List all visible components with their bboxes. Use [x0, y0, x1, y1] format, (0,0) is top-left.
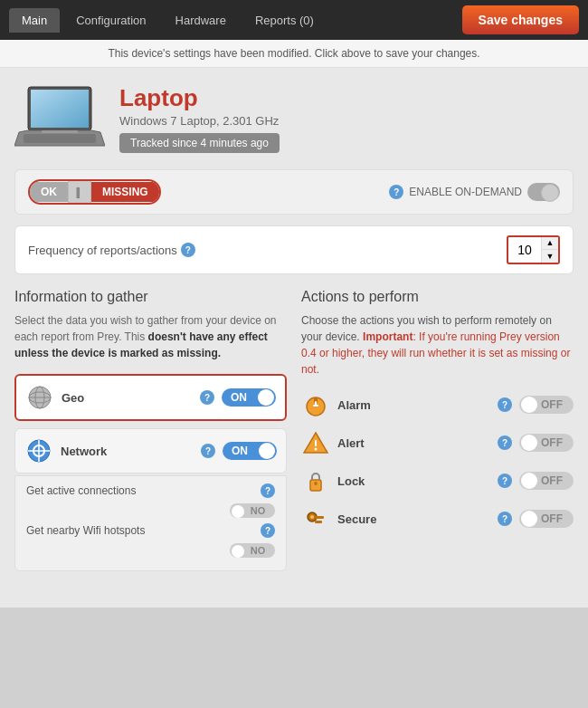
module-row-network: Network ? ON [14, 428, 287, 474]
svg-rect-26 [315, 521, 322, 523]
alarm-icon [301, 390, 330, 419]
secure-help-icon[interactable]: ? [498, 512, 512, 526]
network-icon [24, 436, 53, 465]
sub-option-connections-toggle: NO [26, 503, 275, 518]
frequency-row: Frequency of reports/actions ? ▲ ▼ [14, 225, 574, 274]
action-row-secure: Secure ? OFF [301, 504, 574, 533]
device-spec: Windows 7 Laptop, 2.301 GHz [119, 114, 280, 128]
lock-toggle[interactable]: OFF [519, 472, 574, 490]
svg-rect-4 [24, 134, 96, 143]
connections-label: Get active connections [26, 484, 251, 497]
geo-toggle-label: ON [231, 391, 267, 404]
alarm-toggle-label: OFF [541, 398, 563, 411]
device-details: Laptop Windows 7 Laptop, 2.301 GHz Track… [119, 84, 280, 153]
secure-toggle[interactable]: OFF [519, 510, 574, 528]
save-button[interactable]: Save changes [462, 5, 579, 34]
wifi-toggle[interactable]: NO [230, 543, 275, 558]
frequency-down-button[interactable]: ▼ [542, 250, 558, 263]
action-row-lock: Lock ? OFF [301, 466, 574, 495]
alert-toggle[interactable]: OFF [519, 434, 574, 452]
network-label: Network [61, 445, 190, 458]
frequency-up-button[interactable]: ▲ [542, 237, 558, 250]
module-row-geo: Geo ? ON [14, 374, 287, 421]
header: Main Configuration Hardware Reports (0) … [0, 0, 588, 40]
frequency-label: Frequency of reports/actions [28, 244, 177, 257]
svg-point-24 [310, 515, 314, 519]
frequency-spinner: ▲ ▼ [541, 237, 558, 263]
lock-icon [301, 466, 330, 495]
frequency-input-wrap: ▲ ▼ [507, 235, 560, 264]
alert-help-icon[interactable]: ? [498, 435, 512, 450]
action-row-alarm: Alarm ? OFF [301, 390, 574, 419]
secure-label: Secure [337, 512, 487, 526]
action-note: : If you're running Prey version 0.4 or … [301, 330, 570, 376]
network-help-icon[interactable]: ? [201, 444, 215, 458]
svg-rect-2 [31, 90, 89, 128]
geo-help-icon[interactable]: ? [200, 390, 214, 405]
frequency-input[interactable] [508, 241, 541, 259]
status-toggle[interactable]: OK ▌ MISSING [28, 179, 161, 205]
actions-heading: Actions to perform [301, 289, 574, 305]
svg-rect-25 [315, 516, 324, 519]
info-desc: Select the data you wish to gather from … [14, 312, 287, 361]
status-missing-label: MISSING [91, 182, 159, 202]
connections-help-icon[interactable]: ? [261, 483, 275, 498]
svg-rect-3 [42, 130, 78, 133]
geo-icon [25, 383, 54, 412]
laptop-image [14, 82, 105, 155]
geo-toggle[interactable]: ON [222, 388, 276, 407]
wifi-help-icon[interactable]: ? [261, 523, 275, 538]
enable-label: ENABLE ON-DEMAND [409, 186, 522, 198]
alert-toggle-label: OFF [541, 436, 563, 449]
main-content: Laptop Windows 7 Laptop, 2.301 GHz Track… [0, 68, 588, 608]
connections-toggle[interactable]: NO [230, 503, 275, 518]
notice-text: This device's settings have been modifie… [108, 47, 479, 60]
sub-option-wifi: Get nearby Wifi hotspots ? [26, 523, 275, 538]
status-ok-label: OK [30, 182, 68, 202]
sub-option-wifi-toggle: NO [26, 543, 275, 558]
device-info: Laptop Windows 7 Laptop, 2.301 GHz Track… [14, 82, 574, 155]
tab-configuration[interactable]: Configuration [63, 8, 158, 33]
tracked-badge: Tracked since 4 minutes ago [119, 133, 280, 153]
actions-desc: Choose the actions you wish to perform r… [301, 312, 574, 378]
svg-point-19 [315, 448, 318, 451]
frequency-help-icon[interactable]: ? [181, 243, 195, 257]
network-toggle-label: ON [232, 445, 268, 457]
alert-icon [301, 428, 330, 457]
alarm-label: Alarm [337, 398, 487, 412]
svg-point-22 [314, 482, 318, 485]
col-actions: Actions to perform Choose the actions yo… [301, 289, 574, 579]
geo-label: Geo [62, 391, 189, 405]
network-sub-options: Get active connections ? NO Get nearby W… [14, 475, 287, 571]
secure-icon [301, 504, 330, 533]
wifi-label: Get nearby Wifi hotspots [26, 524, 251, 537]
svg-rect-16 [315, 401, 317, 406]
enable-toggle[interactable] [527, 183, 560, 201]
alert-label: Alert [337, 436, 487, 450]
alarm-help-icon[interactable]: ? [498, 397, 512, 412]
lock-help-icon[interactable]: ? [498, 474, 512, 488]
enable-help-icon[interactable]: ? [389, 185, 403, 199]
sub-option-connections: Get active connections ? [26, 483, 275, 498]
important-label: Important [363, 330, 413, 343]
secure-toggle-label: OFF [541, 512, 563, 525]
alarm-toggle[interactable]: OFF [519, 396, 574, 414]
tab-main[interactable]: Main [9, 8, 60, 33]
info-heading: Information to gather [14, 289, 287, 305]
enable-on-demand: ? ENABLE ON-DEMAND [385, 183, 560, 201]
tab-hardware[interactable]: Hardware [163, 8, 239, 33]
lock-label: Lock [337, 474, 487, 488]
status-slider-thumb: ▌ [68, 179, 91, 205]
notice-bar: This device's settings have been modifie… [0, 40, 588, 68]
lock-toggle-label: OFF [541, 474, 563, 487]
tab-reports[interactable]: Reports (0) [242, 8, 327, 33]
two-columns: Information to gather Select the data yo… [14, 289, 574, 579]
action-row-alert: Alert ? OFF [301, 428, 574, 457]
col-info: Information to gather Select the data yo… [14, 289, 287, 579]
status-row: OK ▌ MISSING ? ENABLE ON-DEMAND [14, 169, 574, 215]
network-toggle[interactable]: ON [223, 442, 277, 460]
device-name: Laptop [119, 84, 280, 112]
svg-rect-18 [315, 440, 317, 446]
